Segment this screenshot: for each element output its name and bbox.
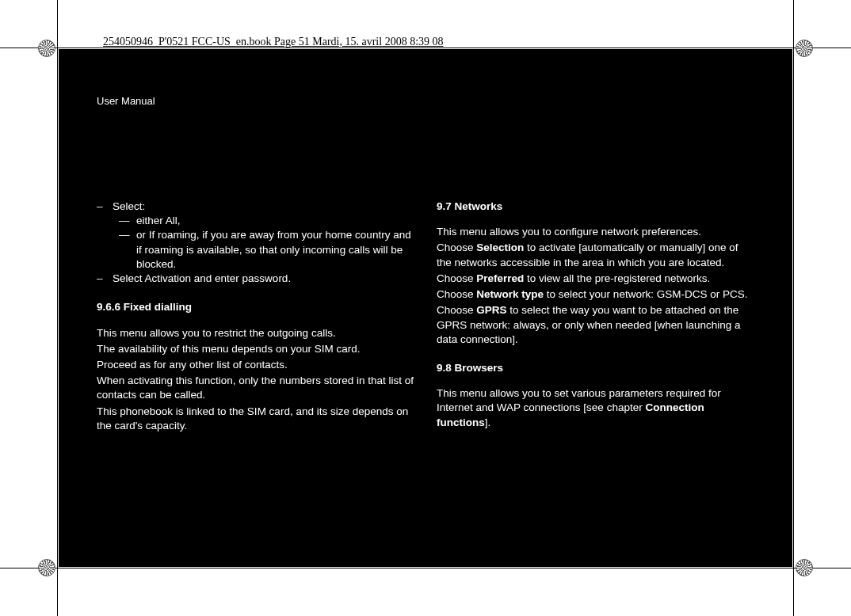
body-text: This menu allows you to set various para… xyxy=(437,386,754,430)
body-text: Proceed as for any other list of contact… xyxy=(97,358,414,372)
bullet-emdash: — xyxy=(119,214,136,228)
list-text: either All, xyxy=(136,214,181,228)
right-column: 9.7 Networks This menu allows you to con… xyxy=(437,200,754,435)
body-text: Choose GPRS to select the way you want t… xyxy=(437,303,754,347)
bold-term: Preferred xyxy=(476,272,524,284)
bullet-emdash: — xyxy=(119,228,136,272)
bold-term: GPRS xyxy=(476,304,506,316)
manual-page: User Manual – Select: — either All, — or… xyxy=(59,49,792,567)
bullet-dash: – xyxy=(97,272,113,286)
registration-mark-icon xyxy=(796,40,813,57)
body-text: When activating this function, only the … xyxy=(97,374,414,402)
list-item: — or If roaming, if you are away from yo… xyxy=(97,228,414,272)
page-header: User Manual xyxy=(97,95,155,107)
content-columns: – Select: — either All, — or If roaming,… xyxy=(97,200,754,435)
section-heading: 9.8 Browsers xyxy=(437,361,754,375)
bold-term: Network type xyxy=(476,288,544,300)
body-text: Choose Selection to activate [automatica… xyxy=(437,241,754,269)
body-text: This menu allows you to restrict the out… xyxy=(97,326,414,340)
registration-mark-icon xyxy=(796,559,813,576)
body-text: Choose Preferred to view all the pre-reg… xyxy=(437,272,754,286)
body-text: This phonebook is linked to the SIM card… xyxy=(97,405,414,433)
list-text: Select Activation and enter password. xyxy=(113,272,291,286)
list-text: Select: xyxy=(113,200,145,214)
section-heading: 9.7 Networks xyxy=(437,200,754,214)
crop-line-right xyxy=(793,0,794,616)
registration-mark-icon xyxy=(38,559,55,576)
body-text: Choose Network type to select your netwo… xyxy=(437,287,754,302)
crop-line-bottom xyxy=(0,568,851,568)
body-text: The availability of this menu depends on… xyxy=(97,342,414,356)
registration-mark-icon xyxy=(38,40,55,57)
bold-term: Selection xyxy=(476,241,524,253)
list-item: – Select: xyxy=(97,200,414,214)
crop-line-left xyxy=(57,0,58,616)
imprint-text: 254050946_P'0521 FCC-US_en.book Page 51 … xyxy=(103,36,444,48)
body-text: This menu allows you to configure networ… xyxy=(437,225,754,239)
bullet-dash: – xyxy=(97,200,113,214)
list-item: – Select Activation and enter password. xyxy=(97,272,414,286)
left-column: – Select: — either All, — or If roaming,… xyxy=(97,200,414,435)
list-text: or If roaming, if you are away from your… xyxy=(136,228,414,272)
section-heading: 9.6.6 Fixed dialling xyxy=(97,300,414,314)
list-item: — either All, xyxy=(97,214,414,228)
